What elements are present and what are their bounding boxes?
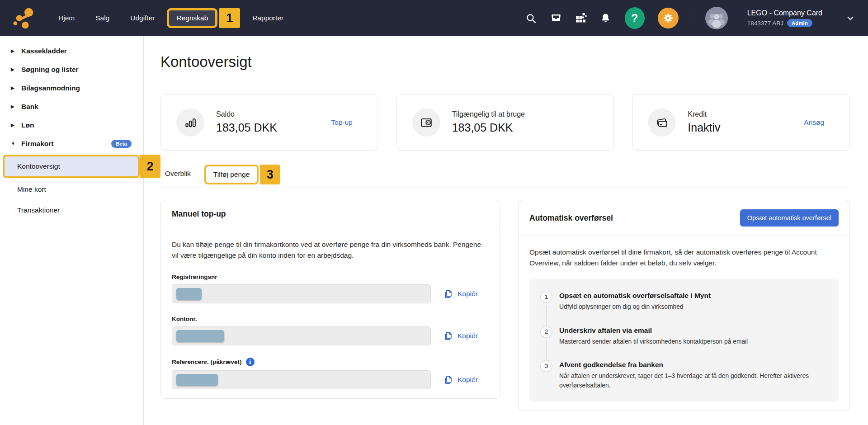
sidebar-item-bilagsanmodning[interactable]: Bilagsanmodning — [0, 79, 143, 97]
main-content: Kontooversigt Saldo 183,05 DKK Top-up — [144, 36, 868, 425]
bar-chart-icon — [176, 109, 204, 137]
copy-registreringsnr-button[interactable]: Kopiér — [443, 289, 489, 299]
main-nav: Hjem Salg Udgifter Regnskab 1 Rapporter — [48, 8, 294, 28]
sidebar-item-firmakort[interactable]: Firmakort Beta — [0, 134, 143, 153]
sidebar: Kassekladder Søgning og lister Bilagsanm… — [0, 36, 144, 425]
manual-topup-panel: Manuel top-up Du kan tilføje penge til d… — [160, 200, 500, 399]
page-title: Kontooversigt — [160, 53, 850, 71]
sidebar-subitem-kontooversigt[interactable]: Kontooversigt — [17, 162, 60, 170]
chevron-down-icon[interactable] — [845, 13, 855, 23]
help-icon[interactable] — [625, 7, 645, 29]
nav-item-hjem[interactable]: Hjem — [48, 9, 85, 27]
card-label: Tilgængelig til at bruge — [452, 110, 525, 118]
sidebar-subitem-transaktioner[interactable]: Transaktioner — [0, 201, 143, 220]
annotation-step-1: Regnskab 1 — [167, 8, 240, 28]
sidebar-item-label: Firmakort — [21, 140, 54, 148]
field-registreringsnr: Registreringsnr Kopiér — [172, 274, 489, 303]
avatar[interactable] — [705, 7, 728, 29]
account-id: 1843377 ABJ — [747, 20, 783, 27]
expand-arrow-icon — [11, 123, 16, 128]
search-icon[interactable] — [525, 12, 537, 24]
step-title: Afvent godkendelse fra banken — [559, 361, 826, 369]
nav-item-rapporter[interactable]: Rapporter — [242, 9, 294, 27]
kontonr-input[interactable] — [172, 326, 431, 345]
step-2: 2 Underskriv aftalen via email Mastercar… — [540, 326, 826, 347]
inbox-icon[interactable] — [550, 12, 562, 24]
steps-box: 1 Opsæt en automatisk overførselsaftale … — [529, 279, 839, 401]
field-label: Registreringsnr — [172, 274, 489, 280]
info-icon[interactable] — [246, 358, 255, 366]
auto-transfer-panel: Automatisk overførsel Opsæt automatisk o… — [518, 200, 850, 411]
beta-badge: Beta — [111, 140, 132, 148]
field-referencenr: Referencenr. (påkrævet) — [172, 358, 489, 389]
auto-transfer-description: Opsæt automatisk overførsel til dine fir… — [529, 247, 839, 269]
wallet-icon — [412, 109, 440, 137]
referencenr-input[interactable] — [172, 370, 431, 389]
copy-referencenr-button[interactable]: Kopiér — [443, 375, 489, 385]
nav-item-udgifter[interactable]: Udgifter — [120, 9, 165, 27]
tab-overblik[interactable]: Overblik — [160, 164, 195, 188]
ansoeg-link[interactable]: Ansøg — [804, 118, 837, 127]
expand-arrow-icon — [11, 104, 16, 109]
collapse-arrow-icon — [11, 141, 16, 146]
copy-label: Kopiér — [458, 332, 478, 340]
annotation-step-2: Kontooversigt 2 — [3, 155, 140, 178]
nav-item-salg[interactable]: Salg — [85, 9, 120, 27]
sidebar-item-kassekladder[interactable]: Kassekladder — [0, 42, 143, 60]
sidebar-item-label: Løn — [21, 121, 34, 129]
top-up-link[interactable]: Top-up — [331, 118, 365, 127]
copy-kontonr-button[interactable]: Kopiér — [443, 331, 489, 341]
sidebar-item-bank[interactable]: Bank — [0, 97, 143, 116]
sidebar-item-label: Kassekladder — [21, 47, 67, 55]
expand-arrow-icon — [11, 67, 16, 72]
panel-title: Automatisk overførsel — [529, 213, 613, 223]
field-label: Referencenr. (påkrævet) — [172, 359, 242, 365]
bell-icon[interactable] — [600, 12, 612, 24]
topbar-actions: LEGO - Company Card 1843377 ABJ Admin — [525, 7, 855, 29]
annotation-number-1: 1 — [219, 8, 240, 28]
sidebar-item-label: Bilagsanmodning — [21, 84, 80, 92]
sidebar-item-soegning-og-lister[interactable]: Søgning og lister — [0, 60, 143, 79]
sidebar-item-loen[interactable]: Løn — [0, 116, 143, 134]
step-number: 3 — [540, 360, 552, 372]
field-kontonr: Kontonr. Kopiér — [172, 316, 489, 345]
account-menu[interactable]: LEGO - Company Card 1843377 ABJ Admin — [747, 9, 822, 27]
redacted-value — [176, 374, 218, 386]
expand-arrow-icon — [11, 85, 16, 90]
registreringsnr-input[interactable] — [172, 284, 431, 303]
expand-arrow-icon — [11, 48, 16, 53]
available-card: Tilgængelig til at bruge 183,05 DKK — [396, 94, 614, 151]
credit-card-icon — [648, 109, 676, 137]
step-3: 3 Afvent godkendelse fra banken Når afta… — [540, 361, 826, 390]
copy-label: Kopiér — [458, 290, 478, 298]
card-value: 183,05 DKK — [452, 121, 525, 134]
admin-badge: Admin — [787, 19, 812, 27]
saldo-card: Saldo 183,05 DKK Top-up — [160, 94, 378, 151]
summary-cards: Saldo 183,05 DKK Top-up Tilgængelig til … — [160, 94, 850, 151]
manual-topup-description: Du kan tilføje penge til din firmakortko… — [172, 239, 486, 261]
settings-gear-icon[interactable] — [658, 8, 679, 28]
card-value: Inaktiv — [688, 121, 720, 134]
step-number: 1 — [540, 291, 552, 303]
setup-auto-transfer-button[interactable]: Opsæt automatisk overførsel — [740, 209, 839, 227]
sidebar-subitem-mine-kort[interactable]: Mine kort — [0, 180, 143, 199]
sidebar-item-label: Bank — [21, 103, 38, 111]
tab-bar: Overblik Tilføj penge 3 — [160, 164, 850, 188]
card-label: Kredit — [688, 110, 720, 118]
annotation-number-2: 2 — [140, 155, 160, 178]
topbar: Hjem Salg Udgifter Regnskab 1 Rapporter — [0, 0, 868, 36]
annotation-number-3: 3 — [260, 165, 280, 184]
nav-item-regnskab[interactable]: Regnskab — [167, 8, 217, 28]
step-number: 2 — [540, 326, 552, 338]
kredit-card: Kredit Inaktiv Ansøg — [632, 94, 850, 151]
tab-tilfoej-penge[interactable]: Tilføj penge — [204, 165, 259, 184]
dinero-logo-icon[interactable] — [12, 5, 37, 31]
step-connector — [546, 340, 547, 362]
panels-row: Manuel top-up Du kan tilføje penge til d… — [160, 200, 850, 411]
card-value: 183,05 DKK — [216, 121, 277, 134]
apps-grid-icon[interactable] — [575, 12, 587, 24]
copy-icon — [443, 375, 453, 385]
topbar-divider — [692, 8, 692, 28]
copy-icon — [443, 331, 453, 341]
account-name: LEGO - Company Card — [747, 9, 822, 17]
